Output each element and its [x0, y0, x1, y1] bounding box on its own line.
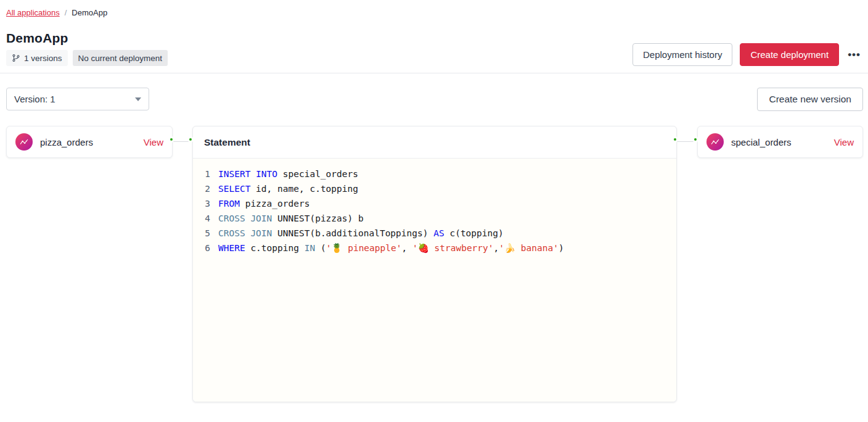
line-number: 4: [203, 211, 210, 226]
chevron-down-icon: [135, 97, 141, 101]
version-select-value: Version: 1: [14, 94, 55, 104]
version-select[interactable]: Version: 1: [6, 88, 149, 110]
connector-dot: [168, 136, 174, 143]
versions-count-label: 1 versions: [24, 54, 62, 63]
deployment-history-button[interactable]: Deployment history: [633, 43, 732, 66]
connector-dot: [692, 136, 698, 143]
header-divider: [0, 73, 868, 73]
breadcrumb-separator: /: [65, 8, 67, 17]
statement-header: Statement: [193, 126, 676, 159]
stream-name: special_orders: [731, 137, 792, 147]
no-deployment-badge: No current deployment: [73, 50, 168, 66]
line-number: 6: [203, 241, 210, 255]
line-number: 5: [203, 226, 210, 241]
sql-code-line: 3FROM pizza_orders: [203, 196, 666, 211]
app-meta-row: 1 versions No current deployment: [6, 50, 168, 66]
sink-stream-card-special-orders[interactable]: special_orders View: [697, 126, 863, 158]
create-deployment-button[interactable]: Create deployment: [740, 43, 839, 66]
page-title: DemoApp: [6, 31, 68, 46]
statement-card: Statement 1INSERT INTO special_orders2SE…: [192, 126, 677, 402]
git-branch-icon: [12, 54, 20, 62]
sql-code-text: FROM pizza_orders: [218, 196, 309, 211]
sql-code-line: 4CROSS JOIN UNNEST(pizzas) b: [203, 211, 666, 226]
header-actions: Deployment history Create deployment •••: [633, 43, 862, 66]
source-stream-card-pizza-orders[interactable]: pizza_orders View: [6, 126, 173, 158]
stream-name: pizza_orders: [40, 137, 93, 147]
connector-dot: [672, 136, 678, 143]
more-options-ellipsis-icon[interactable]: •••: [846, 49, 862, 61]
sql-editor: 1INSERT INTO special_orders2SELECT id, n…: [193, 159, 676, 402]
sql-code-line: 1INSERT INTO special_orders: [203, 167, 666, 181]
sql-code-text: CROSS JOIN UNNEST(pizzas) b: [218, 211, 364, 226]
sql-code-text: INSERT INTO special_orders: [218, 167, 358, 181]
sql-code-text: SELECT id, name, c.topping: [218, 181, 358, 196]
sql-code-line: 2SELECT id, name, c.topping: [203, 181, 666, 196]
connector-dot: [187, 136, 194, 143]
line-number: 1: [203, 167, 210, 181]
statement-title: Statement: [204, 137, 250, 148]
line-number: 3: [203, 196, 210, 211]
view-sink-stream-link[interactable]: View: [834, 137, 854, 147]
stream-icon: [15, 133, 33, 151]
application-detail-page: All applications / DemoApp DemoApp 1 ver…: [0, 0, 868, 422]
sql-code-text: CROSS JOIN UNNEST(b.additionalToppings) …: [218, 226, 504, 241]
sql-code: 1INSERT INTO special_orders2SELECT id, n…: [203, 167, 666, 255]
view-source-stream-link[interactable]: View: [144, 137, 163, 147]
create-new-version-button[interactable]: Create new version: [757, 88, 863, 111]
line-number: 2: [203, 181, 210, 196]
sql-code-line: 5CROSS JOIN UNNEST(b.additionalToppings)…: [203, 226, 666, 241]
breadcrumb: All applications / DemoApp: [6, 8, 107, 17]
versions-chip: 1 versions: [6, 50, 68, 66]
stream-icon: [706, 133, 724, 151]
breadcrumb-all-applications-link[interactable]: All applications: [6, 8, 60, 17]
sql-code-text: WHERE c.topping IN ('🍍 pineapple', '🍓 st…: [218, 241, 564, 255]
sql-code-line: 6WHERE c.topping IN ('🍍 pineapple', '🍓 s…: [203, 241, 666, 255]
breadcrumb-current: DemoApp: [72, 8, 107, 17]
